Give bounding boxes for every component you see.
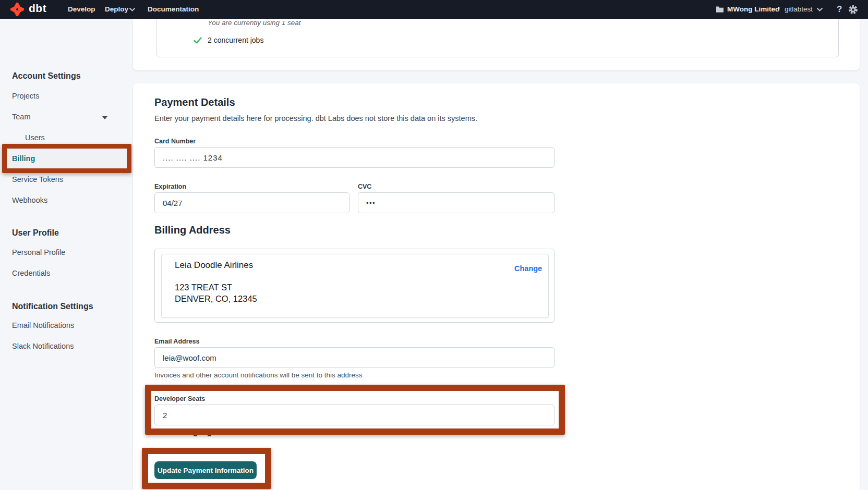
dbt-logo-text[interactable]: dbt (29, 2, 46, 15)
sidebar-item-credentials[interactable]: Credentials (12, 269, 50, 277)
sidebar-item-projects[interactable]: Projects (12, 92, 39, 100)
team-caret-down-icon[interactable] (102, 116, 107, 119)
sidebar-heading-user-profile: User Profile (12, 228, 59, 238)
card-number-label: Card Number (154, 138, 196, 145)
annotation-box-billing: Billing (2, 144, 131, 173)
card-number-input[interactable] (154, 147, 554, 168)
email-address-input[interactable] (154, 347, 554, 368)
change-address-link[interactable]: Change (514, 264, 542, 273)
annotation-box-developer-seats: Developer Seats (145, 385, 565, 435)
billing-address-box: Leia Doodle Airlines Change 123 TREAT ST… (154, 249, 554, 323)
sidebar-item-users[interactable]: Users (25, 133, 45, 142)
sidebar-item-webhooks[interactable]: Webhooks (12, 196, 47, 204)
payment-details-description: Enter your payment details here for proc… (154, 114, 477, 123)
update-payment-button[interactable]: Update Payment Information (154, 461, 257, 479)
sidebar-heading-account-settings: Account Settings (12, 71, 81, 81)
billing-address-inner-panel: Leia Doodle Airlines Change 123 TREAT ST… (161, 254, 549, 318)
sidebar-item-service-tokens[interactable]: Service Tokens (12, 175, 63, 183)
nav-item-documentation[interactable]: Documentation (148, 5, 199, 13)
folder-icon (716, 6, 724, 13)
help-icon[interactable]: ? (837, 4, 842, 15)
sidebar-heading-notification-settings: Notification Settings (12, 302, 93, 311)
sidebar-item-team[interactable]: Team (12, 113, 30, 121)
cvc-label: CVC (358, 183, 371, 190)
nav-account-project[interactable]: gitlabtest (785, 5, 813, 13)
nav-item-deploy[interactable]: Deploy (105, 5, 128, 13)
nav-item-develop[interactable]: Develop (68, 5, 95, 13)
project-chevron-down-icon[interactable] (817, 8, 823, 11)
annotation-box-update-button: Update Payment Information (142, 448, 271, 489)
top-nav: dbt Develop Deploy Documentation MWong L… (0, 0, 868, 19)
expiration-label: Expiration (154, 183, 186, 190)
cvc-input[interactable] (358, 192, 554, 213)
nav-account-org[interactable]: MWong Limited (727, 5, 779, 13)
sidebar-item-personal-profile[interactable]: Personal Profile (12, 248, 65, 256)
settings-sidebar: Account Settings Projects Team Users Bil… (0, 19, 133, 490)
gear-icon[interactable] (848, 5, 858, 15)
dbt-logo-icon[interactable] (10, 3, 24, 16)
deploy-chevron-down-icon[interactable] (129, 8, 135, 11)
email-helper-text: Invoices and other account notifications… (154, 371, 362, 379)
sidebar-item-billing-label: Billing (12, 154, 35, 163)
expiration-input[interactable] (154, 192, 349, 213)
check-icon (194, 37, 202, 44)
nav-org-project-separator: / (778, 5, 780, 13)
email-address-label: Email Address (154, 338, 199, 345)
developer-seats-input[interactable] (154, 405, 554, 425)
billing-address-name: Leia Doodle Airlines (175, 260, 253, 271)
billing-address-line1: 123 TREAT ST (175, 283, 232, 292)
plan-usage-note-clipped: You are currently using 1 seat (208, 21, 416, 28)
developer-seats-label: Developer Seats (154, 395, 205, 402)
billing-address-line2: DENVER, CO, 12345 (175, 294, 257, 304)
sidebar-item-billing[interactable]: Billing (7, 149, 127, 168)
payment-details-title: Payment Details (154, 96, 235, 108)
obscured-text-fragment (194, 435, 197, 436)
obscured-text-fragment (208, 435, 211, 436)
billing-address-title: Billing Address (154, 224, 231, 236)
sidebar-item-slack-notifications[interactable]: Slack Notifications (12, 342, 74, 350)
plan-feature-concurrent-jobs: 2 concurrent jobs (208, 36, 263, 44)
sidebar-item-email-notifications[interactable]: Email Notifications (12, 321, 74, 329)
